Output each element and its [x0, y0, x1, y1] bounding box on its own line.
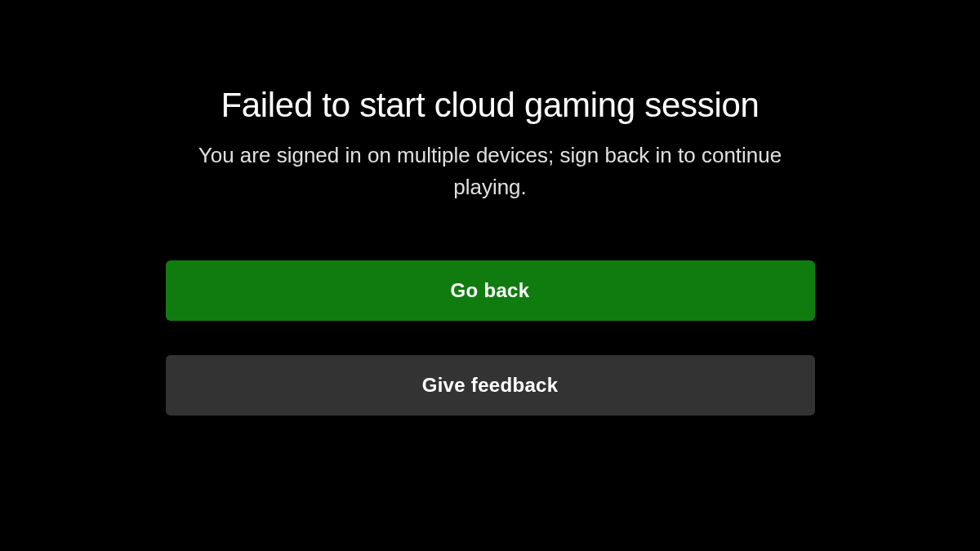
go-back-button[interactable]: Go back	[166, 260, 815, 321]
error-dialog: Failed to start cloud gaming session You…	[0, 0, 980, 415]
give-feedback-button[interactable]: Give feedback	[166, 355, 815, 415]
error-message: You are signed in on multiple devices; s…	[196, 140, 784, 203]
button-group: Go back Give feedback	[166, 260, 815, 415]
error-title: Failed to start cloud gaming session	[220, 86, 759, 125]
